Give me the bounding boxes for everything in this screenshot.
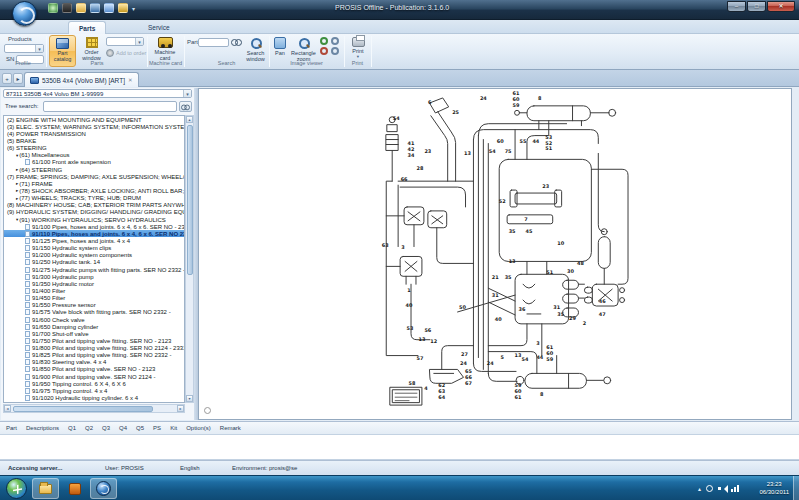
- volume-icon[interactable]: [718, 485, 726, 493]
- tree-item[interactable]: 91/1020 Hydraulic tipping cylinder. 6 x …: [4, 394, 184, 401]
- bottom-tab-ps[interactable]: PS: [153, 425, 161, 431]
- bottom-tab-descriptions[interactable]: Descriptions: [26, 425, 59, 431]
- bottom-tab-q1[interactable]: Q1: [68, 425, 76, 431]
- tree-item[interactable]: 91/150 Hydraulic system clips: [4, 245, 184, 252]
- tree-item[interactable]: 91/650 Damping cylinder: [4, 323, 184, 330]
- tree-item[interactable]: (4) POWER TRANSMISSION: [4, 130, 184, 137]
- tree-item[interactable]: 91/200 Hydraulic system components: [4, 252, 184, 259]
- scroll-thumb[interactable]: [187, 125, 193, 275]
- tree-item[interactable]: 61/100 Front axle suspension: [4, 159, 184, 166]
- tree-item[interactable]: 91/600 Check valve: [4, 316, 184, 323]
- taskbar-app-2[interactable]: [61, 478, 88, 499]
- products-combo[interactable]: ▾: [4, 44, 44, 53]
- qat-dropdown-icon[interactable]: ▾: [132, 5, 135, 12]
- taskbar-app-prosis[interactable]: [90, 478, 117, 499]
- taskbar-app-explorer[interactable]: [32, 478, 59, 499]
- window-icon[interactable]: [90, 3, 100, 13]
- tree-item[interactable]: (2) ENGINE WITH MOUNTING AND EQUIPMENT: [4, 116, 184, 123]
- tree-item[interactable]: 91/950 Tipping control. 6 X 4, 6 X 6: [4, 380, 184, 387]
- tree-item[interactable]: 91/750 Pilot and tipping valve fitting. …: [4, 337, 184, 344]
- tree-item[interactable]: 91/300 Hydraulic pump: [4, 273, 184, 280]
- scroll-up-arrow[interactable]: ▴: [186, 116, 193, 123]
- part-search-input[interactable]: [198, 38, 229, 47]
- tree-item[interactable]: ▸(77) WHEELS; TRACKS; TYRE; HUB; DRUM: [4, 195, 184, 202]
- bottom-tab-kit[interactable]: Kit: [170, 425, 177, 431]
- zoom-in-icon[interactable]: [320, 37, 328, 45]
- new-tab-button[interactable]: +: [2, 73, 12, 84]
- tree-item[interactable]: ▾(91) WORKING HYDRAULICS; SERVO HYDRAULI…: [4, 216, 184, 223]
- tree-item[interactable]: 91/825 Pilot and tipping valve fitting. …: [4, 352, 184, 359]
- home-icon[interactable]: [48, 3, 58, 13]
- zoom-fit-icon[interactable]: [331, 37, 339, 45]
- tree-horizontal-scrollbar[interactable]: ◂ ▸: [3, 404, 185, 413]
- bottom-tab-remark[interactable]: Remark: [220, 425, 241, 431]
- tab-scroll-button[interactable]: ▸: [13, 73, 23, 84]
- bottom-tab-option-s-[interactable]: Option(s): [186, 425, 211, 431]
- bottom-tab-q3[interactable]: Q3: [102, 425, 110, 431]
- tree-item[interactable]: 91/250 Hydraulic tank. 14: [4, 259, 184, 266]
- bottom-tab-q4[interactable]: Q4: [119, 425, 127, 431]
- tab-parts[interactable]: Parts: [68, 21, 106, 34]
- tree-item[interactable]: 91/450 Filter: [4, 295, 184, 302]
- tree-item[interactable]: 91/125 Pipes, hoses and joints. 4 x 4: [4, 237, 184, 244]
- zoom-selection-icon[interactable]: [331, 47, 339, 55]
- move-tool-icon[interactable]: [104, 3, 114, 13]
- tree-item[interactable]: 91/830 Steering valve. 4 x 4: [4, 359, 184, 366]
- binoculars-icon[interactable]: [231, 38, 242, 46]
- collapsed-icon[interactable]: ▸: [16, 188, 18, 193]
- tree-item[interactable]: (6) STEERING: [4, 145, 184, 152]
- tree-item[interactable]: ▸(71) FRAME: [4, 180, 184, 187]
- tree-item[interactable]: ▾(61) Miscellaneous: [4, 152, 184, 159]
- scroll-right-arrow[interactable]: ▸: [177, 405, 184, 412]
- tree-item[interactable]: ▸(78) SHOCK ABSORBER; AXLE LOCKING; ANTI…: [4, 187, 184, 194]
- tree-item[interactable]: 91/850 Pilot and tipping valve. SER NO -…: [4, 366, 184, 373]
- add-to-order-button[interactable]: Add to order: [106, 49, 146, 57]
- part-list-panel[interactable]: [0, 435, 799, 460]
- tree-item[interactable]: 91/700 Shut-off valve: [4, 330, 184, 337]
- tab-service[interactable]: Service: [138, 21, 180, 34]
- folder-up-icon[interactable]: [118, 3, 128, 13]
- camera-icon[interactable]: [62, 3, 72, 13]
- tree-item[interactable]: ▸(64) STEERING: [4, 166, 184, 173]
- image-viewer-canvas[interactable]: 6252486160595441423423286613547560554453…: [198, 88, 792, 420]
- tree-vertical-scrollbar[interactable]: ▴ ▾: [185, 115, 194, 403]
- scroll-left-arrow[interactable]: ◂: [4, 405, 11, 412]
- folder-icon[interactable]: [76, 3, 86, 13]
- collapsed-icon[interactable]: ▸: [16, 167, 18, 172]
- scroll-thumb[interactable]: [13, 406, 153, 412]
- tree-item[interactable]: 91/275 Hydraulic pumps with fitting part…: [4, 266, 184, 273]
- expanded-icon[interactable]: ▾: [16, 153, 18, 158]
- start-button[interactable]: [6, 478, 27, 499]
- taskbar-clock[interactable]: 23:23 06/30/2011: [759, 480, 789, 496]
- action-center-icon[interactable]: [706, 485, 713, 492]
- expanded-icon[interactable]: ▾: [16, 217, 18, 222]
- network-icon[interactable]: [731, 484, 741, 493]
- maximize-button[interactable]: □: [747, 1, 766, 12]
- tree-item[interactable]: 91/400 Filter: [4, 287, 184, 294]
- bottom-tab-q5[interactable]: Q5: [136, 425, 144, 431]
- tree-item[interactable]: 91/550 Pressure sensor: [4, 302, 184, 309]
- tree-item-selected[interactable]: 91/110 Pipes, hoses and joints. 6 x 4, 6…: [4, 230, 184, 237]
- collapsed-icon[interactable]: ▸: [16, 196, 18, 201]
- tree-search-button[interactable]: [179, 101, 192, 112]
- tree-item[interactable]: 91/350 Hydraulic motor: [4, 280, 184, 287]
- tree-item[interactable]: (7) FRAME; SPRINGS; DAMPING; AXLE SUSPEN…: [4, 173, 184, 180]
- application-menu-orb[interactable]: [12, 1, 37, 26]
- show-desktop-button[interactable]: [793, 476, 799, 500]
- tray-expand-icon[interactable]: ▴: [698, 485, 701, 492]
- document-tab-active[interactable]: 5350B 4x4 (Volvo BM) [ART] ✕: [24, 72, 139, 87]
- order-combo[interactable]: ▾: [106, 37, 144, 46]
- collapsed-icon[interactable]: ▸: [16, 181, 18, 186]
- scroll-down-arrow[interactable]: ▾: [186, 395, 193, 402]
- zoom-out-icon[interactable]: [320, 47, 328, 55]
- tree-item[interactable]: 91/575 Valve block with fitting parts. S…: [4, 309, 184, 316]
- tree-item[interactable]: 91/800 Pilot and tipping valve fitting. …: [4, 345, 184, 352]
- tree-item[interactable]: (5) BRAKE: [4, 137, 184, 144]
- parts-tree[interactable]: (2) ENGINE WITH MOUNTING AND EQUIPMENT(3…: [3, 115, 185, 403]
- tree-item[interactable]: 91/100 Pipes, hoses and joints. 6 x 4, 6…: [4, 223, 184, 230]
- bottom-tab-part[interactable]: Part: [6, 425, 17, 431]
- minimize-button[interactable]: –: [727, 1, 746, 12]
- tree-item[interactable]: 91/975 Tipping control. 4 x 4: [4, 387, 184, 394]
- tree-item[interactable]: (3) ELEC. SYSTEM; WARNING SYSTEM; INFORM…: [4, 123, 184, 130]
- bottom-tab-q2[interactable]: Q2: [85, 425, 93, 431]
